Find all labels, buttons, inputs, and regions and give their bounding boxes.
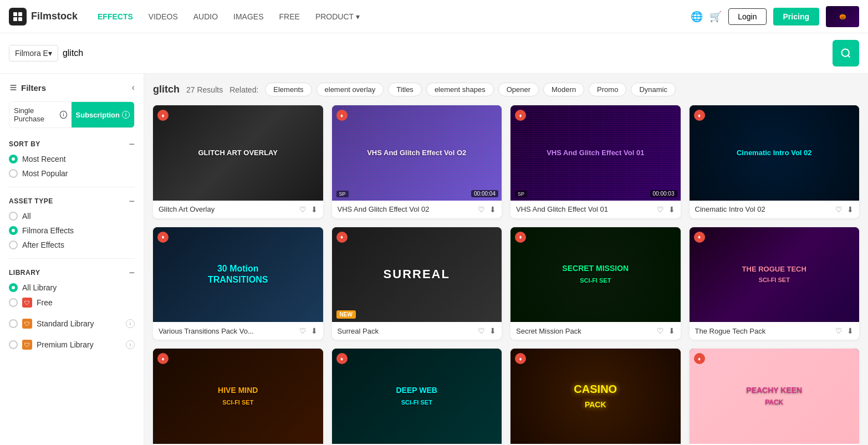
- library-standard-radio[interactable]: [9, 319, 18, 328]
- library-premium[interactable]: 🛡 Premium Library i: [9, 340, 135, 350]
- card-transitions[interactable]: 30 MotionTRANSITIONS Various Transitions…: [153, 227, 323, 340]
- card-secret-mission[interactable]: SECRET MISSIONSCI-FI SET Secret Mission …: [510, 227, 681, 340]
- download-icon[interactable]: ⬇: [847, 205, 854, 214]
- like-icon[interactable]: ♡: [657, 205, 664, 214]
- nav-product[interactable]: PRODUCT ▾: [309, 8, 366, 25]
- thumb-text: 30 MotionTRANSITIONS: [206, 261, 270, 289]
- asset-type-filmora[interactable]: Filmora Effects: [9, 226, 135, 235]
- asset-type-after-effects[interactable]: After Effects: [9, 241, 135, 249]
- nav-videos[interactable]: VIDEOS: [142, 8, 185, 25]
- globe-icon[interactable]: 🌐: [691, 11, 703, 23]
- platform-selector[interactable]: Filmora E▾: [9, 45, 58, 62]
- library-standard[interactable]: 🛡 Standard Library i: [9, 319, 135, 329]
- card-info: Various Transitions Pack Vo... ♡ ⬇: [153, 322, 323, 340]
- sidebar-header: Filters ‹: [9, 83, 135, 93]
- download-icon[interactable]: ⬇: [668, 326, 675, 335]
- like-icon[interactable]: ♡: [299, 326, 307, 335]
- thumb-text: THE ROGUE TECHSCI-FI SET: [740, 262, 809, 288]
- card-peachy-keen[interactable]: PEACHY KEENPACK Peachy Keen Pack ♡ ⬇: [690, 349, 860, 445]
- nav-effects[interactable]: EFFECTS: [91, 8, 140, 25]
- sidebar: Filters ‹ Single Purchase i Subscription…: [0, 74, 144, 445]
- tag-dynamic[interactable]: Dynamic: [631, 83, 676, 96]
- svg-rect-2: [13, 17, 17, 21]
- halloween-banner[interactable]: 🎃: [826, 6, 859, 27]
- tag-element-shapes[interactable]: element shapes: [426, 83, 494, 96]
- subscription-tab[interactable]: Subscription i: [72, 102, 134, 127]
- card-title: VHS And Glitch Effect Vol 02: [338, 205, 478, 213]
- standard-info-icon[interactable]: i: [126, 319, 135, 328]
- library-premium-radio[interactable]: [9, 340, 18, 349]
- sort-most-popular[interactable]: Most Popular: [9, 169, 135, 178]
- card-badge-premium: [694, 353, 705, 364]
- card-thumb-vhs1: VHS And Glitch Effect Vol 01 SP 00:00:03: [510, 105, 681, 201]
- like-icon[interactable]: ♡: [835, 205, 843, 214]
- card-glitch-art[interactable]: GLITCH ART OVERLAY Glitch Art Overlay ♡ …: [153, 105, 323, 218]
- sort-most-recent-radio[interactable]: [9, 155, 18, 163]
- login-button[interactable]: Login: [728, 8, 766, 25]
- pricing-button[interactable]: Pricing: [773, 8, 819, 25]
- like-icon[interactable]: ♡: [478, 205, 485, 214]
- nav-images[interactable]: IMAGES: [227, 8, 270, 25]
- library-all-radio[interactable]: [9, 283, 18, 292]
- svg-rect-3: [18, 17, 22, 21]
- asset-type-all[interactable]: All: [9, 212, 135, 221]
- card-actions: ♡ ⬇: [299, 205, 318, 214]
- asset-filmora-radio[interactable]: [9, 226, 18, 235]
- svg-point-4: [842, 49, 849, 57]
- tag-promo[interactable]: Promo: [589, 83, 626, 96]
- asset-ae-radio[interactable]: [9, 241, 18, 249]
- thumb-text: DEEP WEBSCI-FI SET: [394, 382, 440, 410]
- like-icon[interactable]: ♡: [657, 326, 664, 335]
- library-all[interactable]: All Library: [9, 283, 135, 292]
- sort-by-collapse-icon[interactable]: −: [129, 139, 135, 149]
- thumb-text: VHS And Glitch Effect Vol O2: [365, 146, 468, 159]
- library-free[interactable]: 🛡 Free: [9, 298, 135, 308]
- download-icon[interactable]: ⬇: [489, 326, 496, 335]
- card-surreal[interactable]: SURREAL NEW Surreal Pack ♡ ⬇: [332, 227, 502, 340]
- tag-opener[interactable]: Opener: [498, 83, 539, 96]
- download-icon[interactable]: ⬇: [847, 326, 854, 335]
- thumb-text: Cinematic Intro Vol 02: [734, 146, 814, 159]
- thumb-text: GLITCH ART OVERLAY: [196, 146, 280, 159]
- library-free-radio[interactable]: [9, 298, 18, 307]
- card-casino[interactable]: CASINOPACK Casino Pack ♡ ⬇: [510, 349, 681, 445]
- download-icon[interactable]: ⬇: [489, 205, 496, 214]
- svg-line-5: [848, 55, 850, 58]
- tag-element-overlay[interactable]: element overlay: [316, 83, 384, 96]
- like-icon[interactable]: ♡: [835, 326, 843, 335]
- single-purchase-info-icon[interactable]: i: [60, 111, 67, 119]
- asset-all-radio[interactable]: [9, 212, 18, 221]
- nav-audio[interactable]: AUDIO: [187, 8, 224, 25]
- sort-most-popular-radio[interactable]: [9, 169, 18, 178]
- download-icon[interactable]: ⬇: [311, 326, 318, 335]
- card-cinematic[interactable]: Cinematic Intro Vol 02 Cinematic Intro V…: [690, 105, 860, 218]
- library-collapse-icon[interactable]: −: [129, 268, 135, 278]
- download-icon[interactable]: ⬇: [311, 205, 318, 214]
- search-input[interactable]: [63, 48, 828, 58]
- card-vhs1[interactable]: VHS And Glitch Effect Vol 01 SP 00:00:03…: [510, 105, 681, 218]
- logo[interactable]: Filmstock: [9, 8, 78, 25]
- tag-modern[interactable]: Modern: [543, 83, 584, 96]
- asset-type-collapse-icon[interactable]: −: [129, 196, 135, 206]
- cart-icon[interactable]: 🛒: [709, 11, 722, 23]
- card-deep-web[interactable]: DEEP WEBSCI-FI SET Deep Web ♡ ⬇: [332, 349, 502, 445]
- sidebar-collapse-icon[interactable]: ‹: [132, 83, 135, 93]
- card-rogue-tech[interactable]: THE ROGUE TECHSCI-FI SET The Rogue Tech …: [690, 227, 860, 340]
- card-title: VHS And Glitch Effect Vol 01: [516, 205, 657, 213]
- tag-elements[interactable]: Elements: [265, 83, 312, 96]
- sort-most-recent[interactable]: Most Recent: [9, 155, 135, 163]
- premium-info-icon[interactable]: i: [126, 340, 135, 349]
- nav-free[interactable]: FREE: [273, 8, 307, 25]
- thumb-text: PEACHY KEENPACK: [744, 382, 804, 410]
- single-purchase-tab[interactable]: Single Purchase i: [9, 102, 72, 127]
- tag-titles[interactable]: Titles: [388, 83, 422, 96]
- download-icon[interactable]: ⬇: [668, 205, 675, 214]
- search-button[interactable]: [833, 40, 859, 67]
- like-icon[interactable]: ♡: [299, 205, 307, 214]
- card-info: VHS And Glitch Effect Vol 01 ♡ ⬇: [510, 201, 681, 218]
- subscription-info-icon[interactable]: i: [122, 111, 130, 119]
- card-hive-mind[interactable]: HIVE MINDSCI-FI SET Hive Mind ♡ ⬇: [153, 349, 323, 445]
- card-title: Various Transitions Pack Vo...: [159, 327, 299, 335]
- like-icon[interactable]: ♡: [478, 326, 485, 335]
- card-vhs2[interactable]: VHS And Glitch Effect Vol O2 SP 00:00:04…: [332, 105, 502, 218]
